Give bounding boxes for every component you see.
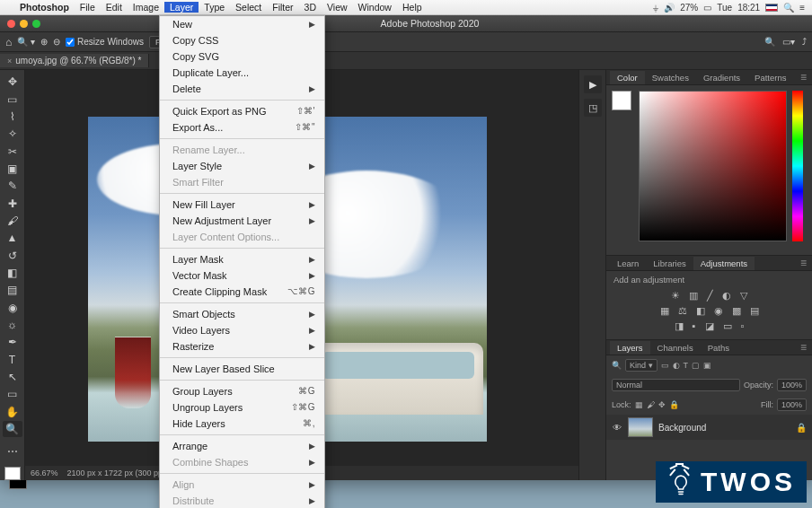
flag-icon[interactable] (765, 4, 778, 12)
pen-tool[interactable]: ✒ (3, 334, 22, 350)
stamp-tool[interactable]: ▲ (3, 230, 22, 246)
panel-tab-swatches[interactable]: Swatches (645, 71, 696, 84)
shape-tool[interactable]: ▭ (3, 386, 22, 402)
blur-tool[interactable]: ◉ (3, 299, 22, 315)
menu-item-smart-objects[interactable]: Smart Objects▶ (160, 306, 324, 322)
vibrance-icon[interactable]: ▽ (740, 290, 747, 302)
blend-mode[interactable]: Normal (612, 379, 740, 391)
menu-icon[interactable]: ≡ (799, 3, 805, 13)
menubar-item-edit[interactable]: Edit (101, 2, 128, 13)
selcolor-icon[interactable]: ▫ (741, 320, 745, 332)
zoom-tool-icon[interactable]: 🔍 ▾ (17, 37, 35, 47)
menubar-item-file[interactable]: File (75, 2, 101, 13)
menu-item-group-layers[interactable]: Group Layers⌘G (160, 383, 324, 399)
eyedropper-tool[interactable]: ✎ (3, 178, 22, 194)
color-spectrum[interactable] (639, 91, 787, 241)
zoom-out-icon[interactable]: ⊖ (53, 37, 60, 47)
history-brush-tool[interactable]: ↺ (3, 247, 22, 263)
photofilter-icon[interactable]: ◉ (714, 305, 723, 317)
menubar-item-image[interactable]: Image (128, 2, 164, 13)
document-tab[interactable]: × umoya.jpg @ 66.7% (RGB/8*) * (0, 54, 149, 67)
zoom-tool[interactable]: 🔍 (3, 421, 22, 437)
menubar-item-help[interactable]: Help (397, 2, 428, 13)
wifi-icon[interactable]: ⏚ (653, 3, 658, 13)
menu-item-new-layer-based-slice[interactable]: New Layer Based Slice (160, 361, 324, 377)
filter-shape-icon[interactable]: ▢ (692, 361, 700, 370)
menu-item-new[interactable]: New▶ (160, 16, 324, 32)
menu-item-export-as-[interactable]: Export As...⇧⌘" (160, 119, 324, 136)
menu-item-quick-export-as-png[interactable]: Quick Export as PNG⇧⌘' (160, 103, 324, 119)
panel-tab-gradients[interactable]: Gradients (696, 71, 747, 84)
volume-icon[interactable]: 🔊 (664, 3, 675, 13)
hue-icon[interactable]: ▦ (660, 305, 669, 317)
layer-row-background[interactable]: 👁 Background 🔒 (606, 415, 812, 440)
filter-smart-icon[interactable]: ▣ (703, 361, 711, 370)
mixer-icon[interactable]: ▩ (732, 305, 741, 317)
close-icon[interactable]: × (7, 57, 12, 66)
gradient-tool[interactable]: ▤ (3, 282, 22, 298)
home-icon[interactable]: ⌂ (5, 36, 12, 48)
panel-tab-adjustments[interactable]: Adjustments (693, 257, 755, 270)
opacity-value[interactable]: 100% (777, 379, 807, 391)
zoom-in-icon[interactable]: ⊕ (40, 37, 48, 47)
panel-tab-libraries[interactable]: Libraries (646, 257, 693, 270)
path-tool[interactable]: ↖ (3, 369, 22, 385)
panel-menu-icon[interactable]: ≡ (795, 71, 812, 83)
panel-tab-layers[interactable]: Layers (610, 341, 650, 355)
bw-icon[interactable]: ◧ (696, 305, 705, 317)
menu-item-copy-svg[interactable]: Copy SVG (160, 48, 324, 65)
window-zoom[interactable] (32, 20, 40, 28)
menubar-item-3d[interactable]: 3D (299, 2, 322, 13)
menubar-item-layer[interactable]: Layer (164, 2, 199, 13)
posterize-icon[interactable]: ▪ (693, 320, 696, 332)
spotlight-icon[interactable]: 🔍 (783, 3, 794, 13)
menu-item-new-fill-layer[interactable]: New Fill Layer▶ (160, 197, 324, 213)
menubar-item-filter[interactable]: Filter (267, 2, 298, 13)
filter-pixel-icon[interactable]: ▭ (661, 361, 669, 370)
menu-item-arrange[interactable]: Arrange▶ (160, 438, 324, 454)
panel-tab-color[interactable]: Color (610, 71, 645, 84)
status-zoom[interactable]: 66.67% (31, 469, 58, 477)
filter-kind[interactable]: Kind ▾ (625, 359, 658, 372)
menu-item-duplicate-layer-[interactable]: Duplicate Layer... (160, 65, 324, 81)
menu-item-hide-layers[interactable]: Hide Layers⌘, (160, 416, 324, 432)
resize-windows-check[interactable]: Resize Windows (66, 37, 144, 47)
fill-value[interactable]: 100% (777, 399, 807, 411)
filter-type-icon[interactable]: T (684, 361, 689, 370)
lock-pos-icon[interactable]: ✥ (658, 400, 666, 409)
gradmap-icon[interactable]: ▭ (723, 320, 732, 332)
menu-item-layer-mask[interactable]: Layer Mask▶ (160, 251, 324, 267)
levels-icon[interactable]: ▥ (689, 290, 698, 302)
brightness-icon[interactable]: ☀ (671, 290, 680, 302)
menu-item-delete[interactable]: Delete▶ (160, 81, 324, 97)
menubar-item-type[interactable]: Type (199, 2, 230, 13)
panel-menu-icon[interactable]: ≡ (795, 341, 812, 354)
edit-toolbar[interactable]: ⋯ (3, 443, 22, 460)
marquee-tool[interactable]: ▭ (3, 91, 22, 107)
balance-icon[interactable]: ⚖ (678, 305, 687, 317)
panel-tab-paths[interactable]: Paths (701, 341, 737, 355)
eraser-tool[interactable]: ◧ (3, 265, 22, 281)
menubar-item-window[interactable]: Window (353, 2, 397, 13)
color-swatch[interactable] (612, 91, 631, 110)
window-minimize[interactable] (20, 20, 28, 28)
filter-icon[interactable]: 🔍 (612, 361, 622, 370)
lookup-icon[interactable]: ▤ (750, 305, 759, 317)
move-tool[interactable]: ✥ (3, 74, 22, 90)
menu-item-new-adjustment-layer[interactable]: New Adjustment Layer▶ (160, 213, 324, 229)
search-icon[interactable]: 🔍 (764, 37, 775, 47)
hand-tool[interactable]: ✋ (3, 404, 22, 420)
heal-tool[interactable]: ✚ (3, 195, 22, 211)
share-icon[interactable]: ⤴ (802, 37, 807, 47)
play-icon[interactable]: ▶ (584, 75, 602, 93)
curves-icon[interactable]: ╱ (707, 290, 713, 302)
menu-item-rasterize[interactable]: Rasterize▶ (160, 338, 324, 355)
dodge-tool[interactable]: ☼ (3, 317, 22, 333)
menu-item-vector-mask[interactable]: Vector Mask▶ (160, 267, 324, 284)
panel-tab-learn[interactable]: Learn (610, 257, 646, 270)
menubar-item-view[interactable]: View (322, 2, 353, 13)
lock-icon[interactable]: 🔒 (796, 423, 807, 433)
lock-all-icon[interactable]: 🔒 (669, 400, 679, 409)
lasso-tool[interactable]: ⌇ (3, 109, 22, 125)
filter-adjust-icon[interactable]: ◐ (673, 361, 680, 370)
